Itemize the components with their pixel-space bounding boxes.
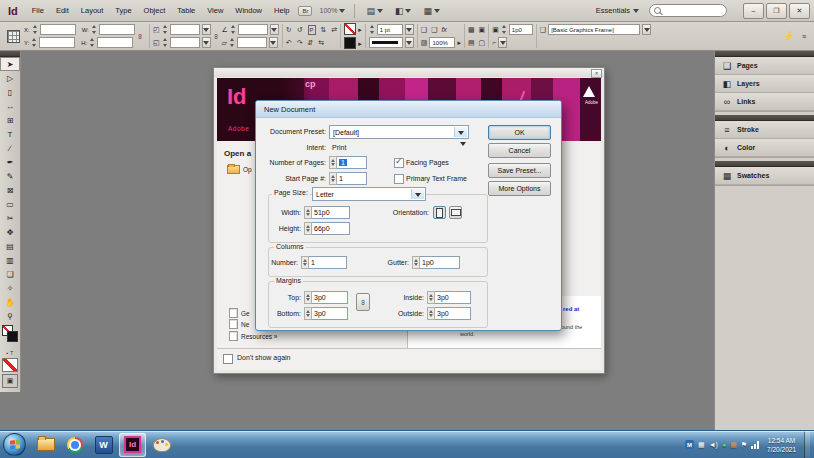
shear-field[interactable] <box>237 37 267 48</box>
object-style-arrow[interactable] <box>642 24 651 35</box>
columns-stepper[interactable] <box>301 256 309 269</box>
w-stepper[interactable] <box>91 24 97 35</box>
menu-file[interactable]: File <box>26 6 50 15</box>
height-field[interactable]: 66p0 <box>304 222 350 235</box>
margin-top-stepper[interactable] <box>304 291 312 304</box>
rotation-stepper[interactable] <box>230 24 236 35</box>
menu-edit[interactable]: Edit <box>50 6 75 15</box>
margin-bottom-field[interactable]: 3p0 <box>304 307 348 320</box>
h-stepper[interactable] <box>89 37 95 48</box>
fill-stroke-proxy[interactable] <box>0 323 20 349</box>
x-field[interactable] <box>40 24 76 35</box>
panel-button-links[interactable]: ∞ Links <box>715 93 814 111</box>
taskbar-paint-button[interactable] <box>148 433 175 457</box>
tool-content-collector[interactable]: ⊞ <box>0 113 20 127</box>
community-link-fragment[interactable]: red at <box>563 306 579 312</box>
tray-update-icon[interactable]: ▦ <box>698 441 705 449</box>
margin-top-field[interactable]: 3p0 <box>304 291 348 304</box>
new-features-link[interactable]: Ne <box>229 319 249 329</box>
fill-color-swatch[interactable] <box>344 37 356 49</box>
quick-apply-icon[interactable]: ⚡ <box>783 31 794 42</box>
stroke-weight-stepper[interactable] <box>369 24 375 35</box>
width-stepper[interactable] <box>304 206 312 219</box>
pages-value[interactable]: 1 <box>337 156 367 169</box>
start-button[interactable] <box>3 433 26 456</box>
taskbar-indesign-button[interactable]: Id <box>119 433 146 457</box>
columns-number-value[interactable]: 1 <box>309 256 347 269</box>
margin-outside-value[interactable]: 3p0 <box>435 307 471 320</box>
arrange-documents-button[interactable]: ▦ <box>423 5 440 16</box>
menu-help[interactable]: Help <box>268 6 295 15</box>
dialog-titlebar[interactable]: New Document <box>256 101 561 118</box>
scale-x-field[interactable] <box>170 24 200 35</box>
taskbar-clock[interactable]: 12:54 AM 7/20/2021 <box>767 436 796 454</box>
facing-pages-checkbox[interactable]: ✓ <box>394 158 404 168</box>
tool-zoom[interactable]: ⚲ <box>0 309 20 323</box>
panel-button-stroke[interactable]: ≡ Stroke <box>715 121 814 139</box>
stroke-style-dropdown[interactable] <box>369 37 403 48</box>
panel-button-pages[interactable]: ❑ Pages <box>715 57 814 75</box>
rotate-180-icon[interactable]: ↶ <box>286 37 292 48</box>
orientation-portrait-button[interactable] <box>433 206 446 219</box>
paragraph-icon[interactable]: P <box>308 25 316 35</box>
taskbar-word-button[interactable]: W <box>90 433 117 457</box>
more-options-button[interactable]: More Options <box>488 181 551 196</box>
show-desktop-button[interactable] <box>804 431 810 458</box>
stroke-color-swatch[interactable] <box>344 23 356 35</box>
action-center-flag-icon[interactable]: ⚑ <box>741 441 747 449</box>
rotate-cw-icon[interactable]: ↻ <box>286 24 292 35</box>
tool-pencil[interactable]: ✎ <box>0 169 20 183</box>
tool-selection[interactable]: ➤ <box>0 57 20 71</box>
constrain-proportions-icon[interactable]: ∞ <box>137 34 144 39</box>
rotation-field[interactable] <box>238 24 268 35</box>
start-page-field[interactable]: 1 <box>329 172 367 185</box>
margin-bottom-stepper[interactable] <box>304 307 312 320</box>
start-page-stepper[interactable] <box>329 172 337 185</box>
select-container-icon[interactable]: ⇵ <box>308 37 314 48</box>
number-of-pages-field[interactable]: 1 <box>329 156 367 169</box>
margin-inside-field[interactable]: 3p0 <box>427 291 471 304</box>
tool-frame[interactable]: ⊠ <box>0 183 20 197</box>
start-page-value[interactable]: 1 <box>337 172 367 185</box>
flip-horizontal-icon[interactable]: ⇄ <box>331 24 337 35</box>
page-size-dropdown[interactable]: Letter <box>312 187 426 201</box>
width-field[interactable]: 51p0 <box>304 206 350 219</box>
search-input[interactable] <box>649 4 727 17</box>
tray-app-m-icon[interactable]: M <box>685 440 694 449</box>
corner-options-icon[interactable]: ❑ <box>421 24 427 35</box>
reference-point-proxy[interactable] <box>7 30 20 43</box>
save-preset-button[interactable]: Save Preset... <box>488 163 551 178</box>
margin-bottom-value[interactable]: 3p0 <box>312 307 348 320</box>
margin-outside-stepper[interactable] <box>427 307 435 320</box>
intent-dropdown-arrow[interactable] <box>460 146 466 164</box>
bridge-button[interactable]: Br <box>298 6 312 16</box>
ok-button[interactable]: OK <box>488 125 551 140</box>
panel-button-color[interactable]: ◐ Color <box>715 139 814 157</box>
tray-app-icon[interactable]: ▦ <box>730 441 737 449</box>
margin-inside-value[interactable]: 3p0 <box>435 291 471 304</box>
close-button[interactable]: ✕ <box>789 3 810 19</box>
stroke-flyout-icon[interactable]: ▸ <box>358 24 362 35</box>
fill-flyout-icon[interactable]: ▸ <box>358 38 362 49</box>
height-value[interactable]: 66p0 <box>312 222 350 235</box>
height-stepper[interactable] <box>304 222 312 235</box>
gutter-field[interactable]: 1p0 <box>412 256 460 269</box>
pages-stepper[interactable] <box>329 156 337 169</box>
wrap-none-icon[interactable]: ▢ <box>479 37 486 48</box>
gutter-value[interactable]: 1p0 <box>420 256 460 269</box>
h-field[interactable] <box>97 37 133 48</box>
restore-button[interactable]: ❐ <box>766 3 787 19</box>
corner-radius-field[interactable]: 1p0 <box>509 24 533 35</box>
tool-line[interactable]: ∕ <box>0 141 20 155</box>
corner-radius-stepper[interactable] <box>501 24 507 35</box>
minimize-button[interactable]: – <box>743 3 764 19</box>
apply-none-button[interactable] <box>2 358 18 372</box>
menu-view[interactable]: View <box>201 6 229 15</box>
tray-messenger-icon[interactable]: ● <box>722 441 726 448</box>
columns-number-field[interactable]: 1 <box>301 256 347 269</box>
apply-color-button[interactable]: ▣ <box>2 374 18 388</box>
stroke-weight-field[interactable]: 1 pt <box>377 24 403 35</box>
flip-vertical-icon[interactable]: ⇅ <box>321 24 327 35</box>
object-effects-icon[interactable]: ▣ <box>479 24 486 35</box>
opacity-flyout-icon[interactable]: ▸ <box>457 37 461 48</box>
